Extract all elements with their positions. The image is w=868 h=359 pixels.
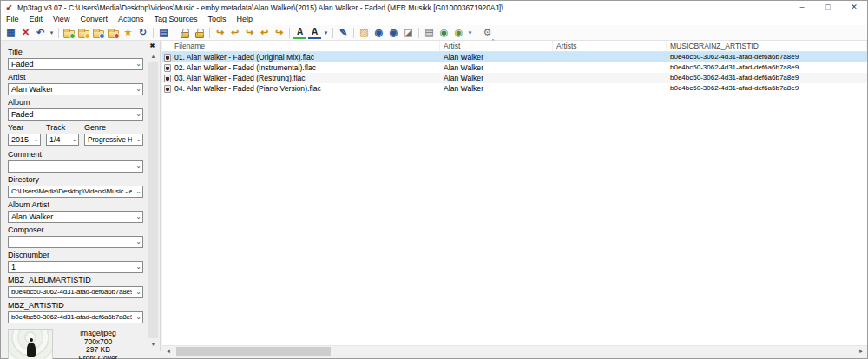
quick-actions-icon[interactable]: A — [308, 26, 321, 39]
add-directory-icon[interactable] — [77, 26, 90, 39]
convert-textfile-tag-icon[interactable]: ↩ — [258, 26, 271, 39]
mp3tag-app-icon: ✔ — [4, 3, 14, 12]
chevron-down-icon[interactable]: ⌄ — [135, 109, 141, 120]
titlebar: ✔ Mp3tag v3.07 - C:\Users\Media\Desktop\… — [1, 1, 867, 14]
column-header-artists[interactable]: Artists — [553, 41, 667, 51]
web-globe-alt-icon[interactable]: ◉ — [452, 26, 465, 39]
open-folder-icon[interactable] — [92, 26, 105, 39]
horizontal-scrollbar[interactable]: ◄ ► — [162, 345, 867, 357]
album-label: Album — [8, 98, 143, 108]
chevron-down-icon[interactable]: ⌄ — [135, 161, 141, 172]
title-field[interactable]: Faded ⌄ — [8, 58, 143, 70]
directory-field[interactable]: C:\Users\Media\Desktop\Videos\Music - er… — [8, 186, 143, 198]
artist-label: Artist — [8, 73, 143, 82]
album-artist-field[interactable]: Alan Walker ⌄ — [8, 211, 143, 223]
media-player-icon[interactable]: ▤ — [157, 26, 170, 39]
convert-tag-filename-icon[interactable]: ↪ — [214, 26, 227, 39]
minimize-button[interactable]: – — [789, 1, 815, 14]
chevron-down-icon[interactable]: ⌄ — [135, 59, 141, 69]
chevron-down-icon[interactable]: ⌄ — [71, 134, 77, 145]
undo-icon[interactable]: ↶ — [34, 26, 47, 39]
mbz-albumartistid-label: MBZ_ALBUMARTISTID — [8, 276, 143, 285]
album-art-thumbnail[interactable] — [8, 329, 53, 359]
chevron-down-icon[interactable]: ⌄ — [135, 355, 141, 359]
cover-type: Front Cover — [53, 355, 143, 359]
chevron-down-icon[interactable]: ⌄ — [33, 134, 39, 145]
actions-icon[interactable]: A — [293, 26, 306, 39]
chevron-down-icon[interactable]: ⌄ — [135, 134, 141, 145]
album-field[interactable]: Faded ⌄ — [8, 108, 143, 121]
mbz-albumartistid-field[interactable]: b0e4bc50-3062-4d31-afad-def6a6b7a8e9 ⌄ — [8, 286, 143, 298]
panel-close-icon[interactable]: ✖ — [148, 42, 157, 50]
save-tag-icon[interactable]: ▦ — [4, 26, 17, 39]
tag-paste-icon[interactable] — [193, 26, 206, 39]
undo-dropdown-icon[interactable]: ▾ — [49, 26, 55, 39]
table-row[interactable]: 01. Alan Walker - Faded (Original Mix).f… — [162, 52, 867, 62]
scroll-up-icon[interactable]: ▲ — [148, 51, 159, 62]
web-globe-icon[interactable]: ◉ — [437, 26, 450, 39]
favorite-directories-icon[interactable]: ★ — [122, 26, 135, 39]
toolbar-separator — [174, 28, 174, 38]
menu-actions[interactable]: Actions — [113, 14, 149, 25]
export-icon[interactable]: ▤ — [423, 26, 436, 39]
composer-field[interactable]: ⌄ — [8, 236, 143, 248]
column-header-filename[interactable]: Filename — [162, 41, 440, 51]
refresh-icon[interactable]: ↻ — [136, 26, 149, 39]
menu-file[interactable]: File — [1, 14, 24, 25]
chevron-down-icon[interactable]: ⌄ — [135, 237, 141, 247]
title-label: Title — [8, 48, 143, 57]
track-field[interactable]: 1/4 ⌄ — [46, 134, 79, 146]
convert-filename-tag-icon[interactable]: ↩ — [228, 26, 241, 39]
menu-tag-sources[interactable]: Tag Sources — [148, 14, 202, 25]
actions-dropdown-icon[interactable]: ▾ — [323, 26, 329, 39]
chevron-down-icon[interactable]: ⌄ — [135, 212, 141, 222]
genre-label: Genre — [84, 123, 143, 133]
chevron-down-icon[interactable]: ⌄ — [135, 84, 141, 95]
notepad-icon[interactable]: ◪ — [402, 26, 415, 39]
track-label: Track — [46, 123, 79, 133]
menu-help[interactable]: Help — [231, 14, 258, 25]
menu-view[interactable]: View — [48, 14, 75, 25]
chevron-down-icon[interactable]: ⌄ — [135, 312, 141, 323]
remove-tag-icon[interactable]: ✕ — [19, 26, 32, 39]
convert-tag-tag-icon[interactable]: ↪ — [273, 26, 286, 39]
chevron-down-icon[interactable]: ⌄ — [135, 262, 141, 272]
table-row[interactable]: 04. Alan Walker - Faded (Piano Version).… — [162, 83, 867, 94]
close-button[interactable]: ✕ — [841, 1, 867, 14]
column-header-musicbrainz-artistid[interactable]: MUSICBRAINZ_ARTISTID — [667, 41, 867, 51]
chevron-down-icon[interactable]: ⌄ — [135, 287, 141, 297]
change-directory-icon[interactable] — [62, 26, 76, 39]
table-row[interactable]: 02. Alan Walker - Faded (Instrumental).f… — [162, 62, 867, 73]
mbz-artistid-field[interactable]: b0e4bc50-3062-4d31-afad-def6a6b7a8e9 ⌄ — [8, 311, 143, 323]
table-row[interactable]: 03. Alan Walker - Faded (Restrung).flac … — [162, 73, 867, 83]
toolbar-separator — [289, 28, 290, 38]
scrollbar-thumb[interactable] — [176, 347, 331, 356]
panel-scrollbar[interactable]: ▲ ▼ — [148, 51, 159, 349]
comment-field[interactable]: ⌄ — [8, 160, 143, 173]
menu-tools[interactable]: Tools — [202, 14, 231, 25]
genre-field[interactable]: Progressive House ⌄ — [84, 134, 143, 146]
tag-source-freedb-icon[interactable]: ◉ — [372, 26, 385, 39]
cover-info: image/jpeg 700x700 297 KB Front Cover ⌄ — [53, 329, 143, 359]
menu-edit[interactable]: Edit — [24, 14, 49, 25]
year-field[interactable]: 2015 ⌄ — [8, 134, 41, 146]
options-icon[interactable]: ⚙ — [481, 26, 494, 39]
scroll-left-icon[interactable]: ◄ — [162, 346, 174, 357]
scroll-right-icon[interactable]: ► — [855, 346, 867, 357]
web-source-page-icon[interactable]: ▨ — [358, 26, 371, 39]
scroll-down-icon[interactable]: ▼ — [148, 339, 159, 349]
scrollbar-thumb[interactable] — [148, 62, 158, 338]
tag-copy-icon[interactable] — [178, 26, 191, 39]
edit-tag-icon[interactable]: ✎ — [337, 26, 350, 39]
discnumber-field[interactable]: 1 ⌄ — [8, 261, 143, 273]
maximize-button[interactable]: □ — [815, 1, 841, 14]
convert-filename-filename-icon[interactable]: ↪ — [243, 26, 256, 39]
tag-source-discogs-icon[interactable]: ◉ — [387, 26, 400, 39]
artist-field[interactable]: Alan Walker ⌄ — [8, 83, 143, 95]
column-header-artist[interactable]: Artist — [440, 41, 553, 51]
parent-folder-icon[interactable] — [107, 26, 120, 39]
chevron-down-icon[interactable]: ⌄ — [135, 186, 141, 197]
menu-convert[interactable]: Convert — [75, 14, 113, 25]
window-title: Mp3tag v3.07 - C:\Users\Media\Desktop\Vi… — [17, 3, 503, 12]
web-dropdown-icon[interactable]: ▾ — [467, 26, 473, 39]
